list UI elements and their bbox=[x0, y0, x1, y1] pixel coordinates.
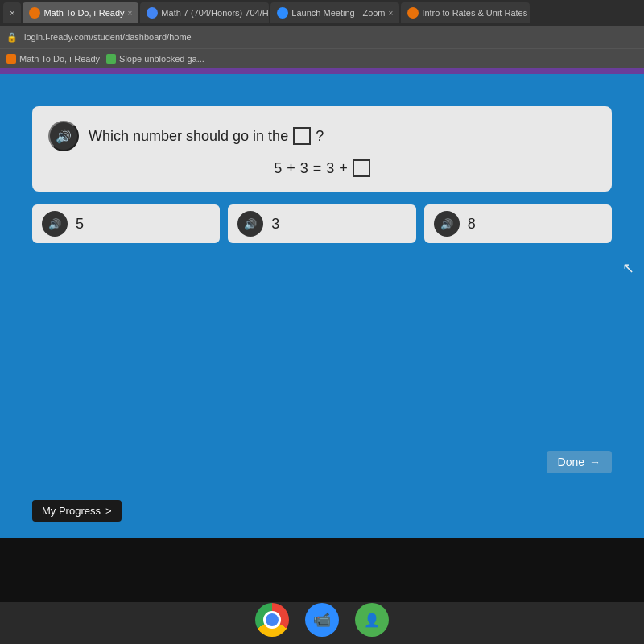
done-arrow-icon: → bbox=[589, 456, 601, 469]
answer-speaker-3[interactable]: 🔊 bbox=[434, 211, 460, 237]
taskbar: 📹 👤 bbox=[0, 596, 644, 644]
lock-icon: 🔒 bbox=[6, 32, 18, 43]
classroom-taskbar-icon[interactable]: 👤 bbox=[355, 603, 389, 637]
my-progress-label: My Progress bbox=[42, 505, 101, 517]
zoom-icon-symbol: 📹 bbox=[313, 611, 331, 629]
tab-label-rates: Intro to Rates & Unit Rates bbox=[422, 8, 527, 18]
equation-part-3: 3 bbox=[326, 160, 334, 177]
equation-blank-box bbox=[353, 159, 370, 177]
question-text: Which number should go in the ? bbox=[89, 127, 324, 145]
bookmark-label-iready: Math To Do, i-Ready bbox=[19, 54, 100, 64]
bottom-dark-strip bbox=[0, 538, 644, 602]
tab-label-zoom: Launch Meeting - Zoom bbox=[291, 8, 385, 18]
bookmark-label-slope: Slope unblocked ga... bbox=[119, 54, 204, 64]
answer-button-8[interactable]: 🔊 8 bbox=[424, 204, 612, 243]
equation-equals: = bbox=[313, 160, 322, 177]
question-card: 🔊 Which number should go in the ? 5 + 3 … bbox=[32, 106, 612, 192]
tab-x-icon: × bbox=[10, 8, 14, 18]
browser-chrome: × Math To Do, i-Ready × Math 7 (704/Hono… bbox=[0, 0, 644, 68]
question-mark: ? bbox=[316, 128, 324, 145]
tab-close-1[interactable]: × bbox=[3, 2, 21, 23]
tab-favicon-math7 bbox=[147, 7, 158, 19]
bookmarks-bar: Math To Do, i-Ready Slope unblocked ga..… bbox=[0, 48, 644, 68]
question-prompt: Which number should go in the bbox=[89, 128, 288, 145]
answer-speaker-icon-2: 🔊 bbox=[244, 218, 257, 230]
bookmark-iready[interactable]: Math To Do, i-Ready bbox=[6, 54, 100, 64]
answer-button-5[interactable]: 🔊 5 bbox=[32, 204, 220, 243]
answer-speaker-2[interactable]: 🔊 bbox=[237, 211, 263, 237]
answer-speaker-1[interactable]: 🔊 bbox=[42, 211, 68, 237]
address-text: login.i-ready.com/student/dashboard/home bbox=[24, 32, 192, 42]
answer-label-3: 8 bbox=[468, 216, 476, 233]
tab-close-iready[interactable]: × bbox=[128, 9, 133, 18]
classroom-icon-symbol: 👤 bbox=[364, 613, 380, 628]
my-progress-arrow-icon: > bbox=[105, 505, 112, 517]
bookmark-slope[interactable]: Slope unblocked ga... bbox=[106, 54, 204, 64]
tab-favicon-iready bbox=[29, 7, 40, 19]
answer-button-3[interactable]: 🔊 3 bbox=[228, 204, 415, 243]
question-blank-box bbox=[293, 127, 311, 145]
equation-plus-1: + bbox=[287, 160, 295, 177]
equation-part-1: 5 bbox=[274, 160, 282, 177]
my-progress-button[interactable]: My Progress > bbox=[32, 500, 122, 522]
tab-label-math7: Math 7 (704/Honors) 704/Ho… bbox=[161, 8, 269, 18]
zoom-taskbar-icon[interactable]: 📹 bbox=[305, 603, 339, 637]
tab-math7[interactable]: Math 7 (704/Honors) 704/Ho… × bbox=[140, 2, 269, 23]
done-label: Done bbox=[558, 456, 584, 469]
equation-plus-2: + bbox=[339, 160, 348, 177]
purple-accent-bar bbox=[0, 68, 644, 74]
address-bar[interactable]: 🔒 login.i-ready.com/student/dashboard/ho… bbox=[0, 26, 644, 48]
answer-speaker-icon-3: 🔊 bbox=[440, 218, 453, 230]
done-button[interactable]: Done → bbox=[547, 451, 612, 473]
answer-speaker-icon-1: 🔊 bbox=[48, 218, 61, 230]
equation-part-2: 3 bbox=[300, 160, 308, 177]
tab-favicon-zoom bbox=[277, 7, 288, 19]
tab-label-iready: Math To Do, i-Ready bbox=[43, 8, 124, 18]
tab-rates[interactable]: Intro to Rates & Unit Rates × bbox=[401, 2, 530, 23]
chrome-taskbar-icon[interactable] bbox=[255, 603, 289, 637]
tab-close-zoom[interactable]: × bbox=[389, 9, 394, 18]
main-content: 🔊 Which number should go in the ? 5 + 3 … bbox=[0, 74, 644, 538]
question-header: 🔊 Which number should go in the ? bbox=[48, 121, 596, 151]
tab-iready[interactable]: Math To Do, i-Ready × bbox=[23, 2, 138, 23]
tab-zoom[interactable]: Launch Meeting - Zoom × bbox=[270, 2, 399, 23]
answer-label-1: 5 bbox=[76, 216, 84, 233]
answer-label-2: 3 bbox=[271, 216, 279, 233]
speaker-icon: 🔊 bbox=[56, 129, 72, 144]
tab-bar: × Math To Do, i-Ready × Math 7 (704/Hono… bbox=[0, 0, 644, 26]
tab-favicon-rates bbox=[407, 7, 419, 19]
bookmark-favicon-slope bbox=[106, 54, 116, 64]
bookmark-favicon-iready bbox=[6, 54, 16, 64]
answers-row: 🔊 5 🔊 3 🔊 8 bbox=[32, 204, 612, 243]
equation-line: 5 + 3 = 3 + bbox=[48, 159, 596, 177]
question-speaker-button[interactable]: 🔊 bbox=[48, 121, 79, 151]
